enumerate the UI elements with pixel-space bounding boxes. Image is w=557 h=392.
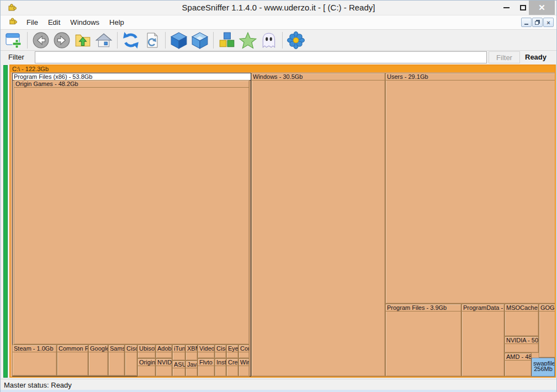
treemap-node-gog[interactable]: GOG (539, 304, 556, 358)
menu-item-help[interactable]: Help (104, 16, 129, 29)
treemap-node-nvidia[interactable]: NVIDIA - 509 (505, 336, 539, 353)
more-detail-button[interactable] (189, 31, 210, 50)
treemap-node-label: Crea (227, 359, 238, 366)
treemap-node-origin-games[interactable]: Origin Games - 48.2Gb (14, 80, 250, 345)
forward-arrow-icon (53, 31, 71, 49)
treemap-node-label: XBM (186, 345, 197, 352)
mdi-restore-button[interactable] (532, 18, 543, 27)
treemap-node-programdata[interactable]: ProgramData - 2.2 (461, 304, 505, 377)
mdi-window-controls: × (521, 18, 554, 27)
free-space-button[interactable] (216, 31, 237, 50)
treemap-node-label: GOG (539, 304, 555, 312)
treemap-node-swapfile[interactable]: swapfile256Mb (532, 358, 555, 377)
less-detail-button[interactable] (168, 31, 189, 50)
document-refresh-icon (144, 31, 160, 49)
treemap-node-label: Ubisoft (138, 345, 155, 352)
treemap-node-videolan[interactable]: VideoL (198, 345, 215, 358)
toolbar-separator (27, 32, 28, 49)
treemap-node-label: Eye (227, 345, 238, 352)
treemap-node-winc[interactable]: Winc (238, 358, 250, 377)
minimize-button[interactable] (498, 1, 514, 15)
treemap-node-label: Winc (239, 359, 249, 366)
treemap-node-label: Adobe (156, 345, 172, 352)
treemap-node-label: Users - 29.1Gb (386, 73, 555, 80)
treemap-node-samsung[interactable]: Samsu (108, 345, 125, 376)
filter-label: Filter (8, 53, 24, 61)
treemap-node-label: Program Files - 3.9Gb (386, 304, 461, 312)
scan-progress-bar (3, 65, 8, 378)
green-star-icon (238, 31, 257, 49)
treemap-node-java[interactable]: Java (185, 361, 198, 377)
menu-item-edit[interactable]: Edit (43, 16, 65, 29)
treemap-root[interactable]: C:\ - 122.3Gb Program Files (x86) - 53.8… (9, 65, 556, 378)
home-button[interactable] (93, 31, 114, 50)
treemap-node-label: VideoL (198, 345, 214, 352)
cube-bright-icon (190, 31, 209, 49)
menu-bar: File Edit Windows Help × (1, 15, 556, 30)
status-text: Master status: Ready (4, 381, 72, 389)
treemap-node-label: MSOCache - 7 (505, 304, 538, 312)
treemap-node-program-files[interactable]: Program Files - 3.9Gb (385, 304, 461, 377)
treemap-node-common-files[interactable]: Common Files (57, 345, 88, 376)
treemap-node-crea[interactable]: Crea (226, 358, 238, 377)
filter-button[interactable]: Filter (489, 51, 520, 63)
mdi-minimize-icon (524, 24, 528, 25)
treemap-node-xbm[interactable]: XBM (185, 345, 198, 361)
treemap-node-label: Steam - 1.0Gb (13, 345, 56, 352)
treemap-node-label: ProgramData - 2.2 (462, 304, 504, 312)
treemap-node-steam[interactable]: Steam - 1.0Gb (12, 345, 57, 376)
menu-item-file[interactable]: File (22, 16, 43, 29)
menu-logo-icon (9, 17, 17, 28)
refresh-selected-button[interactable] (141, 31, 162, 50)
treemap-node-asus[interactable]: ASU (172, 361, 185, 377)
known-files-button[interactable] (237, 31, 258, 50)
new-view-button[interactable] (3, 31, 24, 50)
treemap-node-flvto[interactable]: Flvto Y (198, 358, 215, 377)
maximize-button[interactable] (515, 1, 531, 15)
toolbar-separator (117, 32, 118, 49)
menu-item-windows[interactable]: Windows (65, 16, 104, 29)
treemap-node-ubisoft[interactable]: Ubisoft (137, 345, 156, 358)
treemap-node-label: Cisco (125, 345, 137, 352)
configuration-button[interactable] (285, 31, 306, 50)
mdi-close-button[interactable]: × (543, 18, 554, 27)
treemap-node-msocache[interactable]: MSOCache - 7 (505, 304, 539, 336)
treemap-node-com[interactable]: Com (238, 345, 250, 358)
treemap-node-nvidia-x86[interactable]: NVIDI (156, 358, 172, 377)
treemap-node-windows[interactable]: Windows - 30.5Gb (251, 73, 385, 377)
toolbar-separator (213, 32, 214, 49)
refresh-button[interactable] (120, 31, 141, 50)
treemap-node-label: NVIDIA - 509 (505, 337, 538, 344)
treemap-node-cisco-2[interactable]: Ciso (215, 345, 226, 358)
treemap-node-eye[interactable]: Eye (226, 345, 238, 358)
mdi-close-icon: × (547, 19, 550, 26)
treemap-node-label: Google (89, 345, 108, 352)
go-up-button[interactable] (72, 31, 93, 50)
window-title: SpaceSniffer 1.1.4.0 - www.uderzo.it - [… (1, 1, 556, 15)
mdi-restore-icon (535, 21, 539, 25)
back-button[interactable] (30, 31, 51, 50)
mdi-minimize-button[interactable] (521, 18, 532, 27)
treemap-node-google[interactable]: Google (88, 345, 108, 376)
treemap-node-origin[interactable]: Origin - (137, 358, 156, 377)
close-icon: ✕ (538, 3, 545, 13)
toolbar-separator (282, 32, 283, 49)
treemap-node-label: Flvto Y (198, 359, 214, 366)
blue-flower-icon (287, 31, 305, 49)
treemap-node-label: ASU (173, 361, 185, 368)
close-button[interactable]: ✕ (529, 1, 555, 15)
treemap-node-cisco[interactable]: Cisco (125, 345, 137, 376)
treemap-node-label: AMD - 482. (505, 353, 531, 361)
filter-input[interactable] (35, 51, 487, 63)
treemap-node-users[interactable]: Users - 29.1Gb (385, 73, 556, 304)
ghost-folders-button[interactable] (258, 31, 279, 50)
cube-icon (169, 31, 188, 49)
treemap-node-amd[interactable]: AMD - 482. (505, 353, 532, 377)
treemap-node-label: Origin - (138, 359, 155, 366)
forward-button[interactable] (51, 31, 72, 50)
ghost-icon (260, 31, 278, 49)
filter-bar: Filter Filter Ready (1, 51, 556, 65)
treemap-node-itunes[interactable]: iTune (172, 345, 185, 361)
treemap-node-inst[interactable]: Inst (215, 358, 226, 377)
treemap-node-adobe[interactable]: Adobe (156, 345, 172, 358)
